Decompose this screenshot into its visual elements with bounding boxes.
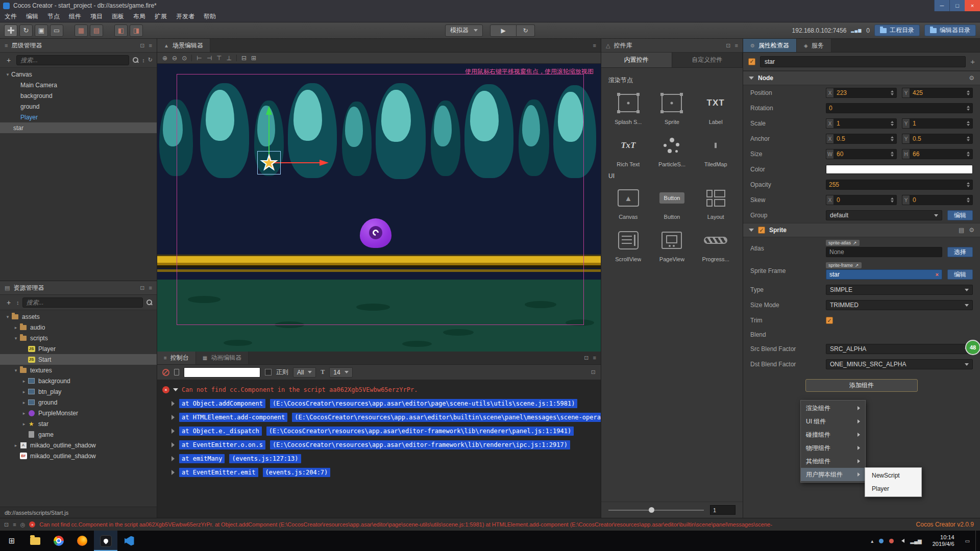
tray-expand-icon[interactable]: ▴ <box>871 538 873 544</box>
tree-node-canvas[interactable]: ▾ Canvas <box>0 69 157 80</box>
taskbar-clock[interactable]: 10:14 2019/4/6 <box>927 534 960 547</box>
type-dropdown[interactable]: SIMPLE <box>826 285 973 295</box>
help-icon[interactable]: ▤ <box>959 227 964 234</box>
stack-frame-row[interactable]: at Object.e._dispatch (E:\CocosCreator\r… <box>157 424 601 438</box>
zoom-slider[interactable] <box>608 510 704 511</box>
export-log-icon[interactable]: ⊡ <box>591 369 596 375</box>
maximize-button[interactable]: □ <box>949 0 965 11</box>
expand-icon[interactable]: ▸ <box>20 421 28 427</box>
zoom-reset-icon[interactable]: ⊙ <box>182 55 187 62</box>
notification-badge[interactable]: 48 <box>966 341 979 354</box>
expand-icon[interactable] <box>172 442 175 447</box>
stack-frame-row[interactable]: at HTMLElement.add-component (E:\CocosCr… <box>157 410 601 424</box>
minimize-button[interactable]: ─ <box>934 0 949 11</box>
submenu-item-player[interactable]: Player <box>865 482 921 495</box>
regex-checkbox[interactable] <box>265 369 272 375</box>
tree-node-ground[interactable]: ground <box>0 101 157 112</box>
color-swatch[interactable] <box>826 165 973 174</box>
log-menu-icon[interactable]: ≡ <box>13 521 16 528</box>
simulator-dropdown[interactable]: 模拟器 <box>445 24 483 37</box>
sprite-frame-field[interactable]: star× <box>826 269 942 280</box>
link-icon[interactable]: ↗ <box>855 263 859 268</box>
taskbar-file-explorer[interactable] <box>23 531 47 551</box>
library-item-label[interactable]: TXT Label <box>695 92 737 125</box>
library-item-progressbar[interactable]: Progress... <box>695 229 737 262</box>
tab-scene-editor[interactable]: ▲ 场景编辑器 <box>157 39 210 52</box>
popout-icon[interactable]: ⊡ <box>140 42 144 49</box>
expand-icon[interactable]: ▸ <box>20 400 28 405</box>
menu-item-ui-component[interactable]: UI 组件 <box>801 415 865 428</box>
atlas-field[interactable]: None <box>826 247 942 257</box>
tree-node-star[interactable]: star <box>0 122 157 133</box>
menu-help[interactable]: 帮助 <box>199 12 220 21</box>
collapse-icon[interactable]: ▾ <box>4 72 11 77</box>
opacity-field[interactable]: 255 <box>826 180 973 190</box>
search-icon[interactable] <box>146 299 153 306</box>
library-item-tiledmap[interactable]: TiledMap <box>695 134 737 167</box>
pivot-toggle-button[interactable]: ▦ <box>75 24 88 37</box>
menu-item-physics-component[interactable]: 物理组件 <box>801 441 865 455</box>
menu-panel[interactable]: 面板 <box>107 12 129 21</box>
statusbar-error-text[interactable]: Can not find cc.Component in the script … <box>39 521 912 528</box>
error-log-entry[interactable]: × Can not find cc.Component in the scrip… <box>157 383 601 396</box>
size-h-field[interactable]: 66 <box>910 149 973 159</box>
tree-node-background[interactable]: background <box>0 90 157 101</box>
font-size-dropdown[interactable]: 14 <box>329 367 352 378</box>
menu-item-user-script-component[interactable]: 用户脚本组件 <box>801 468 865 481</box>
asset-row-star[interactable]: ▸ ★ star <box>0 418 157 429</box>
stepper[interactable] <box>967 182 970 187</box>
open-log-file-icon[interactable] <box>174 369 179 375</box>
view-grid-button[interactable]: ◨ <box>130 24 143 37</box>
panel-menu-icon[interactable]: ≡ <box>593 42 596 48</box>
asset-row-start-js[interactable]: Start <box>0 354 157 365</box>
gizmo-x-arrowhead[interactable] <box>320 160 329 166</box>
library-item-splash[interactable]: Splash S... <box>607 92 649 125</box>
distribute-h-icon[interactable]: ⊟ <box>241 55 247 62</box>
library-item-richtext[interactable]: TxT Rich Text <box>607 134 649 167</box>
action-center-icon[interactable]: ▭ <box>965 538 970 544</box>
stepper[interactable] <box>967 90 970 95</box>
expand-icon[interactable]: ▸ <box>20 389 28 394</box>
group-dropdown[interactable]: default <box>826 210 942 220</box>
tab-console[interactable]: ≡ 控制台 <box>157 352 196 364</box>
menu-item-collider-component[interactable]: 碰撞组件 <box>801 428 865 441</box>
show-desktop-button[interactable] <box>975 531 979 551</box>
atlas-select-button[interactable]: 选择 <box>947 247 973 257</box>
node-section-header[interactable]: Node ⚙ <box>743 71 980 85</box>
expand-icon[interactable] <box>172 401 175 406</box>
menu-project[interactable]: 项目 <box>86 12 107 21</box>
taskbar-firefox[interactable] <box>70 531 94 551</box>
menu-node[interactable]: 节点 <box>43 12 64 21</box>
panel-menu-icon[interactable]: ≡ <box>149 285 152 291</box>
menu-extension[interactable]: 扩展 <box>150 12 172 21</box>
submenu-item-newscript[interactable]: NewScript <box>865 469 921 482</box>
zoom-out-icon[interactable]: ⊖ <box>172 55 177 62</box>
stepper[interactable] <box>891 121 894 126</box>
size-mode-dropdown[interactable]: TRIMMED <box>826 300 973 310</box>
scale-tool-button[interactable]: ▣ <box>35 24 48 37</box>
star-sprite[interactable]: ★ <box>260 153 278 172</box>
library-item-scrollview[interactable]: ScrollView <box>607 229 649 262</box>
rotation-field[interactable]: 0 <box>826 103 973 113</box>
stack-frame-row[interactable]: at Object.addComponent (E:\CocosCreator\… <box>157 396 601 410</box>
asset-row-scripts[interactable]: ▾ scripts <box>0 333 157 343</box>
menu-layout[interactable]: 布局 <box>129 12 150 21</box>
open-project-dir-button[interactable]: 工程目录 <box>874 24 920 36</box>
stepper[interactable] <box>967 121 970 126</box>
zoom-value-field[interactable]: 1 <box>710 505 736 515</box>
scene-viewport[interactable]: ★ 使用鼠标右键平移视窗焦点，使用滚轮缩放视图 <box>157 64 601 352</box>
asset-row-mikado-font[interactable]: ▸ mikado_outline_shadow <box>0 440 157 450</box>
distribute-v-icon[interactable]: ⊞ <box>251 55 256 62</box>
volume-icon[interactable] <box>899 539 904 543</box>
expand-icon[interactable] <box>172 470 175 475</box>
sort-icon[interactable]: ↕ <box>16 299 19 306</box>
taskbar-cocos-creator[interactable] <box>94 531 117 551</box>
tree-node-player[interactable]: Player <box>0 112 157 122</box>
asset-row-textures[interactable]: ▾ textures <box>0 365 157 375</box>
position-x-field[interactable]: 223 <box>834 88 897 98</box>
popout-icon[interactable]: ⊡ <box>140 285 144 291</box>
asset-row-ground[interactable]: ▸ ground <box>0 397 157 408</box>
asset-row-assets[interactable]: ▾ assets <box>0 311 157 322</box>
expand-icon[interactable]: ▸ <box>20 379 28 384</box>
star-sprite-selection[interactable]: ★ <box>257 151 281 174</box>
